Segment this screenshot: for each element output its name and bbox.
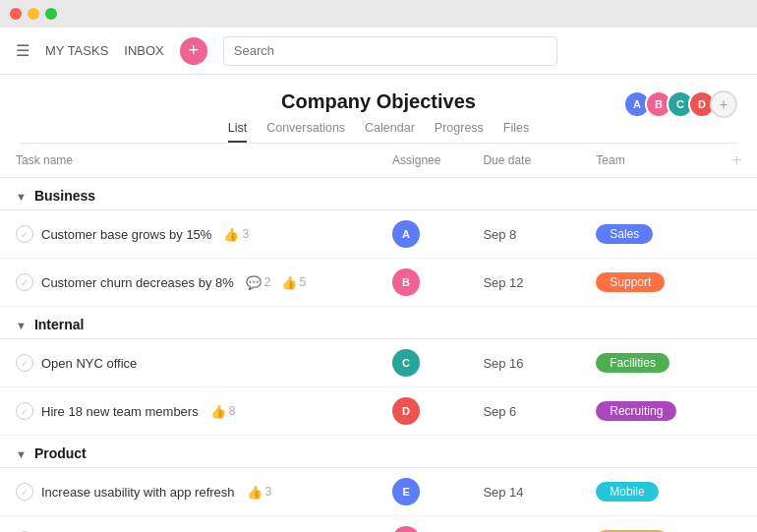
add-avatar[interactable]: + [710, 90, 737, 118]
like-icon: 👍 [281, 275, 297, 290]
task-text: Customer churn decreases by 8% [41, 275, 234, 290]
section-toggle-0[interactable]: ▼ [16, 191, 27, 203]
row-add-col [717, 259, 757, 307]
team-badge[interactable]: Sales [596, 224, 653, 244]
task-name-cell: ✓ Open NYC office [16, 354, 361, 372]
due-date-cell: Aug 30 [467, 516, 580, 533]
task-row: ✓ Customer base grows by 15% 👍3 ASep 8Sa… [0, 210, 757, 259]
meta-item: 💬2 [246, 275, 271, 290]
due-date-value: Sep 14 [483, 485, 523, 500]
check-icon[interactable]: ✓ [16, 483, 33, 501]
task-text: Increase usability with app refresh [41, 485, 235, 500]
task-name-cell: ✓ Increase usability with app refresh 👍3 [16, 483, 361, 501]
tl-red[interactable] [10, 8, 22, 20]
tl-green[interactable] [45, 8, 57, 20]
assignee-cell: C [377, 339, 467, 387]
assignee-avatar: B [392, 268, 420, 296]
title-bar [0, 0, 757, 28]
team-badge[interactable]: Facilities [596, 353, 670, 373]
assignee-cell: E [377, 468, 467, 516]
meta-item: 👍3 [247, 485, 272, 500]
tab-files[interactable]: Files [503, 121, 529, 143]
row-add-col [717, 339, 757, 387]
like-icon: 👍 [210, 404, 226, 419]
tl-yellow[interactable] [28, 8, 39, 20]
col-header-task: Task name [0, 144, 377, 178]
nav-links: MY TASKS INBOX [45, 43, 164, 58]
meta-item: 👍8 [210, 404, 236, 419]
app-shell: ☰ MY TASKS INBOX + Company Objectives AB… [0, 28, 757, 532]
page-header: Company Objectives ABCD+ [0, 75, 757, 113]
col-header-add[interactable]: + [717, 144, 757, 178]
due-date-value: Sep 12 [483, 275, 523, 290]
due-date-cell: Sep 8 [467, 210, 580, 259]
task-meta: 👍3 [247, 485, 272, 500]
tab-conversations[interactable]: Conversations [266, 121, 345, 143]
assignee-avatar: C [392, 349, 420, 377]
like-icon: 👍 [223, 227, 239, 242]
team-badge[interactable]: Recruiting [596, 401, 676, 421]
task-text: Hire 18 new team members [41, 404, 199, 419]
check-icon[interactable]: ✓ [16, 402, 33, 420]
assignee-cell: A [377, 210, 467, 259]
due-date-value: Sep 6 [483, 404, 516, 419]
team-badge[interactable]: Mobile [596, 482, 658, 502]
section-row-1[interactable]: ▼Internal [0, 307, 757, 339]
avatar-group: ABCD+ [623, 90, 737, 118]
row-add-col [717, 387, 757, 436]
search-input[interactable] [223, 36, 557, 66]
team-cell: Platform [580, 516, 716, 533]
due-date-cell: Sep 12 [467, 259, 580, 307]
tab-calendar[interactable]: Calendar [365, 121, 415, 143]
due-date-value: Sep 16 [483, 356, 523, 371]
add-button[interactable]: + [180, 37, 207, 65]
meta-count: 3 [265, 485, 272, 499]
task-row: ✓ Secure new integration partnerships FA… [0, 516, 757, 533]
section-label-2: Product [34, 445, 87, 461]
section-toggle-2[interactable]: ▼ [16, 448, 27, 460]
team-cell: Support [580, 259, 716, 307]
team-badge[interactable]: Support [596, 272, 665, 292]
assignee-avatar: E [392, 478, 420, 505]
col-header-assignee: Assignee [377, 144, 467, 178]
task-row: ✓ Customer churn decreases by 8% 💬2👍5 BS… [0, 259, 757, 307]
assignee-avatar: D [392, 397, 420, 425]
assignee-cell: F [377, 516, 467, 533]
tab-progress[interactable]: Progress [435, 121, 484, 143]
comment-icon: 💬 [246, 275, 262, 290]
inbox-link[interactable]: INBOX [124, 43, 163, 58]
task-meta: 👍8 [210, 404, 236, 419]
section-row-0[interactable]: ▼Business [0, 178, 757, 210]
meta-count: 3 [242, 227, 249, 241]
table-container: Task name Assignee Due date Team + ▼Busi… [0, 144, 757, 532]
assignee-cell: D [377, 387, 467, 436]
tasks-table: Task name Assignee Due date Team + ▼Busi… [0, 144, 757, 532]
section-row-2[interactable]: ▼Product [0, 436, 757, 468]
task-name-cell: ✓ Customer churn decreases by 8% 💬2👍5 [16, 273, 361, 291]
row-add-col [717, 516, 757, 533]
check-icon[interactable]: ✓ [16, 273, 33, 291]
team-cell: Facilities [580, 339, 716, 387]
team-cell: Sales [580, 210, 716, 259]
task-name-cell: ✓ Customer base grows by 15% 👍3 [16, 225, 361, 243]
due-date-value: Sep 8 [483, 227, 516, 242]
due-date-cell: Sep 16 [467, 339, 580, 387]
section-toggle-1[interactable]: ▼ [16, 320, 27, 331]
check-icon[interactable]: ✓ [16, 354, 33, 372]
task-text: Customer base grows by 15% [41, 227, 211, 242]
hamburger-icon[interactable]: ☰ [16, 41, 29, 60]
due-date-cell: Sep 6 [467, 387, 580, 436]
task-row: ✓ Increase usability with app refresh 👍3… [0, 468, 757, 516]
task-meta: 💬2👍5 [246, 275, 306, 290]
meta-count: 5 [300, 275, 307, 289]
page-title: Company Objectives [281, 90, 476, 113]
task-name-cell: ✓ Hire 18 new team members 👍8 [16, 402, 361, 420]
row-add-col [717, 468, 757, 516]
section-label-0: Business [34, 188, 95, 204]
assignee-cell: B [377, 259, 467, 307]
check-icon[interactable]: ✓ [16, 225, 33, 243]
tab-list[interactable]: List [228, 121, 247, 143]
team-cell: Mobile [580, 468, 716, 516]
my-tasks-link[interactable]: MY TASKS [45, 43, 108, 58]
meta-item: 👍3 [223, 227, 249, 242]
